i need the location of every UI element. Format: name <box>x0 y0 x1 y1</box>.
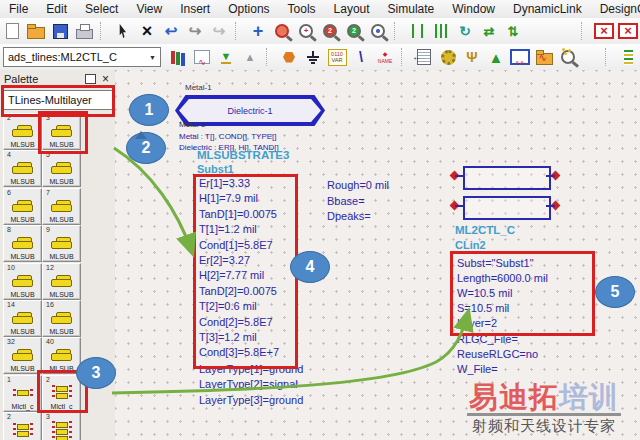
display-template-icon[interactable] <box>191 46 213 68</box>
palette-item-mlctl_c-2[interactable]: 2Mlctl_c <box>42 375 81 412</box>
zoom-area-icon-glyph <box>275 24 289 38</box>
palette-item-mlsub-8[interactable]: 8MLSUB <box>3 225 42 262</box>
menu-select[interactable]: Select <box>76 1 127 17</box>
component-icon <box>12 309 34 327</box>
menu-file[interactable]: File <box>0 1 37 17</box>
mlsubstrate3-instance[interactable]: Subst1 <box>197 163 234 175</box>
toolbar-separator <box>394 22 401 40</box>
palette-item-mlsub-7[interactable]: 7MLSUB <box>42 188 81 225</box>
new-file-icon[interactable] <box>1 20 23 42</box>
menu-window[interactable]: Window <box>443 1 504 17</box>
var-icon[interactable] <box>326 46 348 68</box>
align-vertical-icon[interactable] <box>430 20 452 42</box>
palette-item-mlsub-12[interactable]: 12MLSUB <box>42 263 81 300</box>
palette-item-mlsub-16[interactable]: 16MLSUB <box>42 300 81 337</box>
plot-icon[interactable] <box>509 46 531 68</box>
em-setup-icon[interactable] <box>557 46 579 68</box>
palette-item-mlsub-10[interactable]: 10MLSUB <box>3 263 42 300</box>
mlsub-icon <box>12 275 34 287</box>
ground-icon[interactable] <box>302 46 324 68</box>
zoom-in-icon[interactable] <box>295 20 317 42</box>
pan-icon[interactable]: + <box>247 20 269 42</box>
substrate-roughness-params[interactable]: Rough=0 milBbase=Dpeaks= <box>327 178 389 225</box>
layer-list-icon[interactable] <box>617 46 639 68</box>
palette-item-mlctl_e-2[interactable]: 2Mlctl_e <box>3 412 42 440</box>
insert-pin-icon[interactable] <box>278 46 300 68</box>
pop-hierarchy-icon[interactable]: ▲ <box>239 46 261 68</box>
push-hierarchy-icon[interactable]: ▼ <box>215 46 237 68</box>
mirror-y-icon[interactable]: ⇅ <box>502 20 524 42</box>
coupled-line-symbol-2[interactable] <box>463 196 551 220</box>
menu-insert[interactable]: Insert <box>171 1 219 17</box>
coupled-line-symbol-1[interactable] <box>463 166 551 190</box>
close-panel-icon[interactable]: × <box>102 73 109 85</box>
palette-item-mlsub-40[interactable]: 40MLSUB <box>42 337 81 374</box>
palette-item-mlsub-2[interactable]: 2MLSUB <box>3 113 42 150</box>
menu-dynamiclink[interactable]: DynamicLink <box>504 1 591 17</box>
float-panel-icon[interactable] <box>85 74 96 84</box>
rotate-icon[interactable]: ↻ <box>454 20 476 42</box>
palette-category-combo[interactable]: TLines-Multilayer <box>3 90 116 110</box>
palette-item-mlsub-9[interactable]: 9MLSUB <box>42 225 81 262</box>
netlist-icon[interactable] <box>413 46 435 68</box>
deactivate-icon-glyph <box>594 23 614 39</box>
data-display-icon[interactable] <box>533 46 555 68</box>
wire-name-icon[interactable] <box>374 46 396 68</box>
simulation-settings-icon[interactable] <box>437 46 459 68</box>
zoom-in-2x-icon[interactable] <box>319 20 341 42</box>
palette-item-mlsub-32[interactable]: 32MLSUB <box>3 337 42 374</box>
palette-item-mlsub-4[interactable]: 4MLSUB <box>3 150 42 187</box>
ml2ctl-file-params[interactable]: RLGC_File=ReuseRLGC=noW_File= <box>457 332 538 377</box>
palette-item-mlctl_o-3[interactable]: 3Mlctl_o <box>42 412 81 440</box>
zoom-area-icon[interactable] <box>271 20 293 42</box>
zoom-out-2x-icon[interactable] <box>343 20 365 42</box>
palette-item-label: MLSUB <box>10 290 34 299</box>
insert-wire-icon[interactable]: \ <box>350 46 372 68</box>
component-combo[interactable]: ads_tlines:ML2CTL_C ▼ <box>3 47 161 67</box>
pointer-icon[interactable] <box>112 20 134 42</box>
step-badge-1: 1 <box>129 94 169 126</box>
component-library-icon[interactable] <box>167 46 189 68</box>
delete-icon[interactable]: × <box>136 20 158 42</box>
palette-item-mlsub-5[interactable]: 5MLSUB <box>42 150 81 187</box>
menu-layout[interactable]: Layout <box>325 1 379 17</box>
redo-icon[interactable]: ↪ <box>184 20 206 42</box>
param-line: ReuseRLGC=no <box>457 347 538 362</box>
tune-icon[interactable]: Ψ <box>461 46 483 68</box>
align-vertical-icon-glyph <box>435 24 448 38</box>
deactivate-short-icon[interactable] <box>617 20 639 42</box>
menu-designguide[interactable]: DesignGuide <box>591 1 640 17</box>
menu-tools[interactable]: Tools <box>279 1 325 17</box>
ml2ctl-instance[interactable]: CLin2 <box>455 239 486 251</box>
optimize-icon[interactable]: ▲ <box>485 46 507 68</box>
palette-item-mlctl_c-1[interactable]: 1Mlctl_c <box>3 375 42 412</box>
open-icon[interactable] <box>25 20 47 42</box>
palette-item-mlsub-6[interactable]: 6MLSUB <box>3 188 42 225</box>
print-icon[interactable] <box>73 20 95 42</box>
save-icon[interactable] <box>49 20 71 42</box>
menu-view[interactable]: View <box>127 1 171 17</box>
mirror-y-icon-glyph: ⇅ <box>508 24 519 39</box>
zoom-in-icon-glyph <box>299 24 313 38</box>
deactivate-icon[interactable] <box>593 20 615 42</box>
menu-edit[interactable]: Edit <box>37 1 76 17</box>
ml2ctl-name[interactable]: ML2CTL_C <box>455 224 515 236</box>
redo-icon-glyph: ↪ <box>189 22 202 40</box>
mlsubstrate3-name[interactable]: MLSUBSTRATE3 <box>197 149 289 161</box>
mlsubstrate3-layer-params[interactable]: LayerType[1]=groundLayerType[2]=signalLa… <box>199 362 303 408</box>
component-icon <box>12 272 34 290</box>
ml2ctl-params[interactable]: Subst="Subst1"Length=6000.0 milW=10.5 mi… <box>457 256 548 331</box>
palette-item-mlsub-14[interactable]: 14MLSUB <box>3 300 42 337</box>
undo-icon[interactable]: ↩ <box>160 20 182 42</box>
menu-simulate[interactable]: Simulate <box>379 1 444 17</box>
mlsubstrate3-params[interactable]: Er[1]=3.33H[1]=7.9 milTanD[1]=0.0075T[1]… <box>199 176 279 361</box>
palette-item-label: MLSUB <box>49 327 73 336</box>
align-horizontal-icon[interactable] <box>406 20 428 42</box>
menu-options[interactable]: Options <box>219 1 278 17</box>
mlsub-icon <box>12 349 34 361</box>
param-line: Bbase= <box>327 194 389 210</box>
palette-item-mlsub-3[interactable]: 3MLSUB <box>42 113 81 150</box>
mirror-x-icon[interactable]: ⇄ <box>478 20 500 42</box>
zoom-select-icon[interactable] <box>367 20 389 42</box>
redo-all-icon[interactable]: ↪ <box>208 20 230 42</box>
